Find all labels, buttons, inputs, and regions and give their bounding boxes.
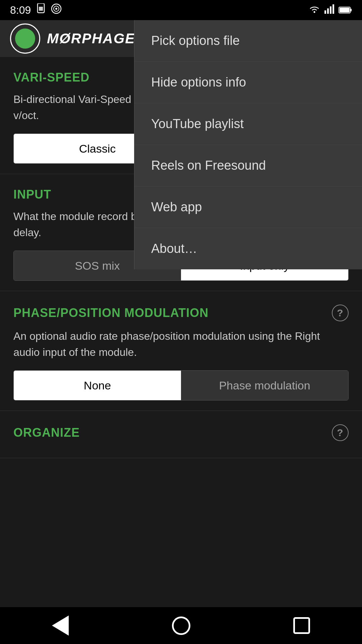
recents-icon bbox=[293, 617, 310, 634]
sim-icon bbox=[36, 3, 46, 17]
home-icon bbox=[172, 616, 190, 635]
status-left: 8:09 bbox=[10, 3, 62, 17]
menu-item-hide-options-info[interactable]: Hide options info bbox=[134, 62, 362, 103]
status-time: 8:09 bbox=[10, 4, 31, 16]
app-name: MØRPHAGEN bbox=[47, 31, 146, 47]
svg-point-5 bbox=[314, 11, 315, 13]
section-organize: ORGANIZE ? bbox=[0, 411, 362, 458]
phase-modulation-phase-btn[interactable]: Phase modulation bbox=[181, 371, 348, 400]
section-phase-modulation: PHASE/POSITION MODULATION ? An optional … bbox=[0, 291, 362, 411]
phase-modulation-desc: An optional audio rate phase/position mo… bbox=[13, 328, 349, 360]
menu-item-web-app[interactable]: Web app bbox=[134, 186, 362, 228]
logo-inner-circle bbox=[15, 29, 35, 49]
back-button[interactable] bbox=[47, 612, 74, 639]
svg-rect-7 bbox=[327, 8, 329, 14]
svg-rect-11 bbox=[350, 9, 352, 11]
menu-item-pick-options-file[interactable]: Pick options file bbox=[134, 20, 362, 62]
menu-item-reels-on-freesound[interactable]: Reels on Freesound bbox=[134, 145, 362, 186]
notification-icon bbox=[51, 3, 62, 17]
back-icon bbox=[52, 615, 69, 636]
organize-title: ORGANIZE ? bbox=[13, 424, 349, 441]
svg-rect-12 bbox=[340, 8, 350, 12]
organize-help-icon[interactable]: ? bbox=[332, 424, 349, 441]
wifi-icon bbox=[308, 4, 320, 16]
dropdown-menu: Pick options file Hide options info YouT… bbox=[134, 20, 362, 269]
status-right bbox=[308, 4, 352, 16]
phase-modulation-none-btn[interactable]: None bbox=[14, 371, 181, 400]
battery-icon bbox=[339, 4, 352, 16]
phase-modulation-title: PHASE/POSITION MODULATION ? bbox=[13, 305, 349, 321]
svg-point-4 bbox=[55, 8, 57, 10]
phase-modulation-toggle: None Phase modulation bbox=[13, 370, 349, 400]
home-button[interactable] bbox=[168, 612, 194, 639]
nav-bar bbox=[0, 607, 362, 644]
recents-button[interactable] bbox=[288, 612, 315, 639]
signal-icon bbox=[324, 4, 335, 16]
phase-modulation-help-icon[interactable]: ? bbox=[332, 305, 349, 321]
svg-rect-1 bbox=[39, 7, 43, 11]
status-bar: 8:09 bbox=[0, 0, 362, 20]
svg-rect-9 bbox=[333, 4, 334, 14]
svg-rect-6 bbox=[324, 10, 326, 14]
menu-item-youtube-playlist[interactable]: YouTube playlist bbox=[134, 103, 362, 145]
svg-rect-8 bbox=[330, 6, 331, 14]
menu-item-about[interactable]: About… bbox=[134, 228, 362, 269]
app-logo bbox=[10, 23, 40, 54]
app-header: MØRPHAGEN Pick options file Hide options… bbox=[0, 20, 362, 57]
